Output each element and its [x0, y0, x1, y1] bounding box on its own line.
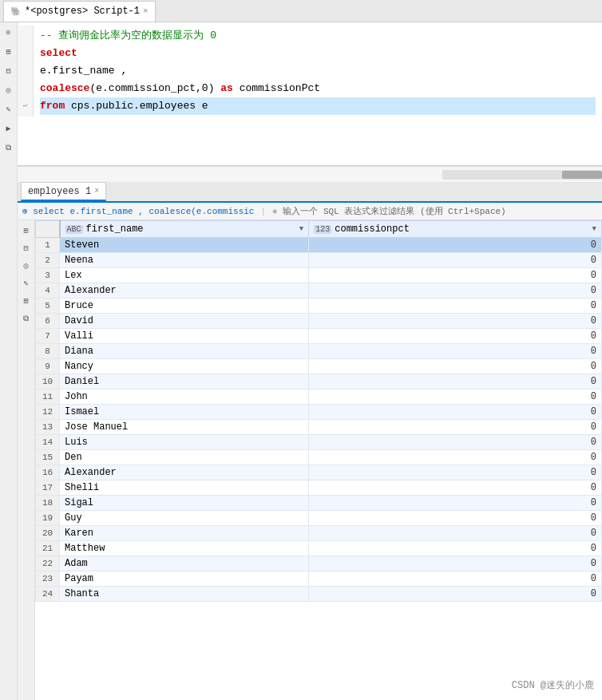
- col-label-commissionpct: commissionpct: [335, 223, 410, 235]
- table-row[interactable]: 14Luis0: [36, 435, 602, 450]
- table-row[interactable]: 19Guy0: [36, 511, 602, 526]
- row-num-col-header: [36, 221, 60, 238]
- data-table-container[interactable]: ABC first_name ▼ 123 commissionpct ▼: [35, 220, 602, 700]
- commissionpct-cell: 0: [309, 283, 602, 299]
- results-sidebar-icon-1[interactable]: ⊞: [19, 223, 34, 238]
- result-tab-close[interactable]: ×: [94, 187, 99, 196]
- table-row[interactable]: 6David0: [36, 314, 602, 329]
- table-row[interactable]: 3Lex0: [36, 268, 602, 283]
- h-scroll-track[interactable]: [442, 170, 602, 180]
- table-header: ABC first_name ▼ 123 commissionpct ▼: [36, 221, 602, 238]
- h-scroll-thumb[interactable]: [562, 171, 602, 179]
- commissionpct-cell: 0: [309, 571, 602, 587]
- script-tab[interactable]: 🐘 *<postgres> Script-1 ×: [3, 1, 156, 22]
- code-line-4: coalesce(e.commission_pct,0) as commissi…: [40, 80, 596, 97]
- commissionpct-cell: 0: [309, 496, 602, 511]
- sort-arrow-commissionpct[interactable]: ▼: [592, 225, 596, 233]
- table-row[interactable]: 23Payam0: [36, 571, 602, 587]
- row-number-cell: 12: [36, 405, 60, 420]
- result-tab[interactable]: employees 1 ×: [21, 182, 106, 201]
- table-row[interactable]: 15Den0: [36, 450, 602, 465]
- first-name-cell: Alexander: [60, 283, 309, 299]
- first-name-cell: Luis: [60, 435, 309, 450]
- first-name-cell: Nancy: [60, 359, 309, 374]
- table-body: 1Steven02Neena03Lex04Alexander05Bruce06D…: [36, 238, 602, 602]
- commissionpct-cell: 0: [309, 541, 602, 556]
- commissionpct-cell: 0: [309, 587, 602, 602]
- sidebar-icon-6[interactable]: ▶: [2, 121, 16, 136]
- from-keyword: from: [40, 97, 65, 115]
- table-row[interactable]: 10Daniel0: [36, 374, 602, 390]
- sidebar-icon-7[interactable]: ⧉: [2, 140, 16, 155]
- col-header-first-name[interactable]: ABC first_name ▼: [60, 221, 309, 238]
- row-number-cell: 19: [36, 511, 60, 526]
- line-icon-2: [18, 43, 33, 61]
- first-name-cell: Shelli: [60, 481, 309, 496]
- as-keyword: as: [220, 80, 233, 97]
- table-row[interactable]: 2Neena0: [36, 253, 602, 268]
- table-row[interactable]: 18Sigal0: [36, 496, 602, 511]
- col-type-badge-first-name: ABC: [65, 225, 83, 234]
- results-table: ABC first_name ▼ 123 commissionpct ▼: [35, 220, 602, 602]
- row-number-cell: 20: [36, 526, 60, 541]
- table-row[interactable]: 17Shelli0: [36, 481, 602, 496]
- sidebar-icon-3[interactable]: ⊟: [2, 64, 16, 78]
- first-name-cell: Adam: [60, 556, 309, 571]
- col-header-commissionpct[interactable]: 123 commissionpct ▼: [309, 221, 602, 238]
- first-name-cell: Matthew: [60, 541, 309, 556]
- first-name-cell: Den: [60, 450, 309, 465]
- table-row[interactable]: 4Alexander0: [36, 283, 602, 299]
- row-number-cell: 14: [36, 435, 60, 450]
- func-args: (e.commission_pct,0): [89, 80, 220, 97]
- results-sidebar-icon-6[interactable]: ⧉: [19, 311, 34, 326]
- field-text: e.first_name ,: [40, 62, 127, 80]
- table-row[interactable]: 16Alexander0: [36, 465, 602, 481]
- tab-close-icon[interactable]: ×: [143, 6, 149, 16]
- table-row[interactable]: 21Matthew0: [36, 541, 602, 556]
- row-number-cell: 11: [36, 390, 60, 405]
- table-row[interactable]: 12Ismael0: [36, 405, 602, 420]
- first-name-cell: Shanta: [60, 587, 309, 602]
- comment-text: -- 查询佣金比率为空的数据显示为 0: [40, 27, 216, 45]
- sidebar-icon-1[interactable]: ≡: [2, 26, 16, 40]
- results-wrapper: ⊞ ⊟ ◎ ✎ ⊞ ⧉ ABC first_: [18, 220, 602, 700]
- row-number-cell: 18: [36, 496, 60, 511]
- sidebar-icon-5[interactable]: ✎: [2, 102, 16, 117]
- sidebar-icon-2[interactable]: ⊞: [2, 45, 16, 59]
- results-sidebar-icon-4[interactable]: ✎: [19, 276, 34, 291]
- first-name-cell: Valli: [60, 329, 309, 344]
- row-number-cell: 21: [36, 541, 60, 556]
- table-row[interactable]: 9Nancy0: [36, 359, 602, 374]
- first-name-cell: Steven: [60, 238, 309, 253]
- table-row[interactable]: 7Valli0: [36, 329, 602, 344]
- table-row[interactable]: 8Diana0: [36, 344, 602, 359]
- results-sidebar-icon-2[interactable]: ⊟: [19, 241, 34, 255]
- line-icon-5: ↵: [18, 96, 33, 113]
- editor-lines[interactable]: -- 查询佣金比率为空的数据显示为 0 select e.first_name …: [34, 26, 602, 117]
- first-name-cell: Payam: [60, 571, 309, 587]
- code-line-2: select: [40, 45, 596, 62]
- results-sidebar-icon-5[interactable]: ⊞: [19, 294, 34, 308]
- row-number-cell: 13: [36, 420, 60, 435]
- content-area: ↵ -- 查询佣金比率为空的数据显示为 0 select e.first_nam…: [18, 22, 602, 700]
- sidebar-icon-4[interactable]: ◎: [2, 83, 16, 97]
- commissionpct-cell: 0: [309, 329, 602, 344]
- main-container: ≡ ⊞ ⊟ ◎ ✎ ▶ ⧉ ↵ -- 查询佣金比率为空: [0, 22, 602, 700]
- table-row[interactable]: 5Bruce0: [36, 299, 602, 314]
- row-number-cell: 3: [36, 268, 60, 283]
- table-row[interactable]: 20Karen0: [36, 526, 602, 541]
- sort-arrow-first-name[interactable]: ▼: [299, 225, 303, 233]
- row-number-cell: 23: [36, 571, 60, 587]
- table-row[interactable]: 22Adam0: [36, 556, 602, 571]
- first-name-cell: Neena: [60, 253, 309, 268]
- table-row[interactable]: 1Steven0: [36, 238, 602, 253]
- results-sidebar-icon-3[interactable]: ◎: [19, 259, 34, 273]
- line-icons-gutter: ↵: [18, 26, 34, 117]
- row-number-cell: 1: [36, 238, 60, 253]
- left-sidebar: ≡ ⊞ ⊟ ◎ ✎ ▶ ⧉: [0, 22, 18, 700]
- table-row[interactable]: 24Shanta0: [36, 587, 602, 602]
- table-row[interactable]: 11John0: [36, 390, 602, 405]
- commissionpct-cell: 0: [309, 511, 602, 526]
- table-row[interactable]: 13Jose Manuel0: [36, 420, 602, 435]
- editor-area[interactable]: ↵ -- 查询佣金比率为空的数据显示为 0 select e.first_nam…: [18, 22, 602, 166]
